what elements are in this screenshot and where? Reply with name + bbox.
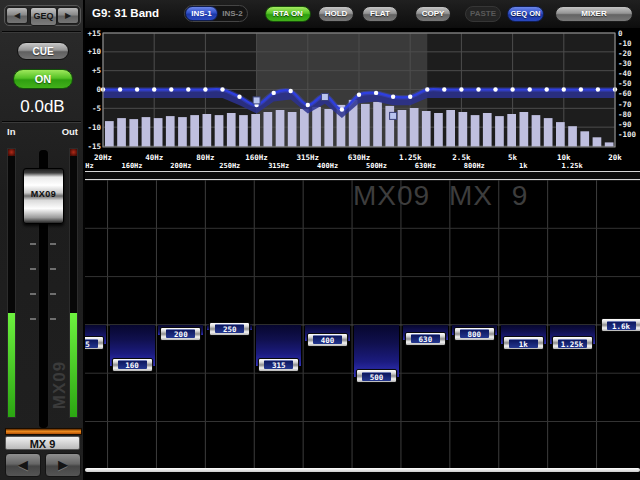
rta-on-button[interactable]: RTA ON — [265, 6, 311, 22]
rta-bar — [520, 112, 529, 147]
rta-bar — [605, 142, 614, 146]
rta-bar — [446, 110, 455, 147]
rta-bar — [568, 126, 577, 146]
rta-bar — [190, 115, 199, 146]
eq-band-handle-square[interactable] — [390, 112, 397, 119]
channel-fader-cap[interactable]: MX09 — [23, 168, 64, 224]
tab-ins-1[interactable]: INS-1 — [185, 6, 218, 21]
flat-button[interactable]: FLAT — [362, 6, 398, 22]
band-fader-cap-315[interactable]: 315 — [258, 358, 299, 372]
svg-text:160Hz: 160Hz — [245, 153, 268, 162]
rta-bar — [276, 110, 285, 147]
band-fader-cap-500[interactable]: 500 — [356, 369, 397, 383]
eq-band-dot[interactable] — [357, 93, 361, 97]
tab-ins-2[interactable]: INS-2 — [218, 6, 247, 21]
band-fader-cap-400[interactable]: 400 — [307, 333, 348, 347]
band-fader-cap-1.6k[interactable]: 1.6k — [601, 318, 640, 332]
rta-bar — [129, 119, 138, 146]
geq-nav-prev-button[interactable]: ◀ — [6, 7, 28, 24]
eq-band-dot[interactable] — [203, 87, 207, 91]
eq-band-dot[interactable] — [169, 87, 173, 91]
band-freq-label-1k: 1k — [499, 162, 547, 170]
eq-band-dot[interactable] — [289, 89, 293, 93]
rta-bar — [495, 116, 504, 146]
on-button[interactable]: ON — [13, 69, 73, 89]
band-fader-section[interactable]: MX09 MX 9 125Hz125160Hz160200Hz200250Hz2… — [85, 162, 640, 480]
band-fader-cap-label: 1.25k — [558, 339, 587, 348]
rta-bar — [288, 112, 297, 147]
eq-band-dot[interactable] — [510, 87, 514, 91]
band-fader-cap-250[interactable]: 250 — [209, 322, 250, 336]
svg-text:40Hz: 40Hz — [145, 153, 163, 162]
eq-band-dot[interactable] — [135, 87, 139, 91]
eq-band-dot[interactable] — [425, 87, 429, 91]
mixer-button[interactable]: MIXER — [555, 6, 633, 22]
geq-nav-next-button[interactable]: ▶ — [57, 7, 79, 24]
svg-text:-10: -10 — [87, 123, 101, 132]
eq-band-dot[interactable] — [476, 87, 480, 91]
eq-band-dot[interactable] — [579, 87, 583, 91]
eq-band-dot[interactable] — [408, 95, 412, 99]
eq-band-dot[interactable] — [186, 87, 190, 91]
eq-band-dot[interactable] — [272, 91, 276, 95]
rta-bar — [532, 115, 541, 146]
svg-text:5k: 5k — [508, 153, 518, 162]
band-fader-cap-630[interactable]: 630 — [405, 332, 446, 346]
meter-in-label: In — [7, 126, 15, 137]
eq-band-dot[interactable] — [545, 87, 549, 91]
band-freq-label-500: 500Hz — [353, 162, 401, 170]
eq-band-handle-square[interactable] — [321, 94, 328, 101]
eq-band-dot[interactable] — [220, 87, 224, 91]
rta-bar — [117, 118, 126, 146]
band-fader-cap-1.25k[interactable]: 1.25k — [552, 336, 593, 350]
eq-band-dot[interactable] — [596, 87, 600, 91]
cue-button[interactable]: CUE — [17, 42, 69, 60]
paste-button[interactable]: PASTE — [465, 6, 501, 22]
geq-nav: ◀ GEQ ▶ — [4, 5, 81, 26]
copy-button[interactable]: COPY — [415, 6, 451, 22]
rta-bar — [154, 118, 163, 146]
svg-text:-90: -90 — [618, 120, 632, 129]
svg-text:10k: 10k — [557, 153, 571, 162]
output-clip-led — [70, 149, 77, 156]
geq-graph[interactable]: +15+10+50-5-10-150-10-20-30-40-50-60-70-… — [85, 28, 640, 164]
eq-band-dot[interactable] — [562, 87, 566, 91]
rta-bar — [471, 115, 480, 146]
svg-text:20k: 20k — [608, 153, 622, 162]
eq-band-dot[interactable] — [459, 87, 463, 91]
eq-band-dot[interactable] — [237, 95, 241, 99]
channel-prev-button[interactable]: ◀ — [5, 453, 41, 477]
rta-bar — [544, 118, 553, 146]
eq-band-dot[interactable] — [118, 87, 122, 91]
sidebar-divider — [2, 31, 81, 33]
output-level-meter — [69, 148, 78, 418]
eq-band-dot[interactable] — [374, 91, 378, 95]
channel-next-button[interactable]: ▶ — [45, 453, 81, 477]
eq-band-dot[interactable] — [528, 87, 532, 91]
eq-band-dot[interactable] — [442, 87, 446, 91]
band-fader-cap-200[interactable]: 200 — [160, 327, 201, 341]
fader-scale-tick — [30, 318, 36, 320]
eq-band-dot[interactable] — [493, 87, 497, 91]
rta-bar — [459, 112, 468, 147]
eq-band-dot[interactable] — [306, 103, 310, 107]
eq-band-dot[interactable] — [391, 95, 395, 99]
channel-name-label: MX 9 — [5, 436, 80, 450]
geq-on-button[interactable]: GEQ ON — [507, 6, 544, 22]
channel-color-bar — [5, 428, 82, 435]
band-fader-cap-160[interactable]: 160 — [112, 358, 153, 372]
eq-band-handle-square[interactable] — [253, 97, 260, 104]
band-fader-cap-1k[interactable]: 1k — [503, 336, 544, 350]
eq-band-dot[interactable] — [152, 87, 156, 91]
band-fader-cap-125[interactable]: 125 — [85, 336, 104, 350]
eq-band-dot[interactable] — [340, 107, 344, 111]
output-level-fill — [70, 313, 77, 417]
stagemix-geq-screen: ◀ GEQ ▶ CUE ON 0.0dB In Out MX09 MX09 MX… — [0, 0, 640, 480]
rta-bar — [580, 131, 589, 146]
bands-scrollbar[interactable] — [85, 468, 640, 472]
hold-button[interactable]: HOLD — [318, 6, 354, 22]
band-fader-cap-800[interactable]: 800 — [454, 327, 495, 341]
fader-scale-tick — [50, 243, 56, 245]
svg-text:-50: -50 — [618, 79, 632, 88]
band-fader-cap-label: 1.6k — [607, 321, 636, 330]
